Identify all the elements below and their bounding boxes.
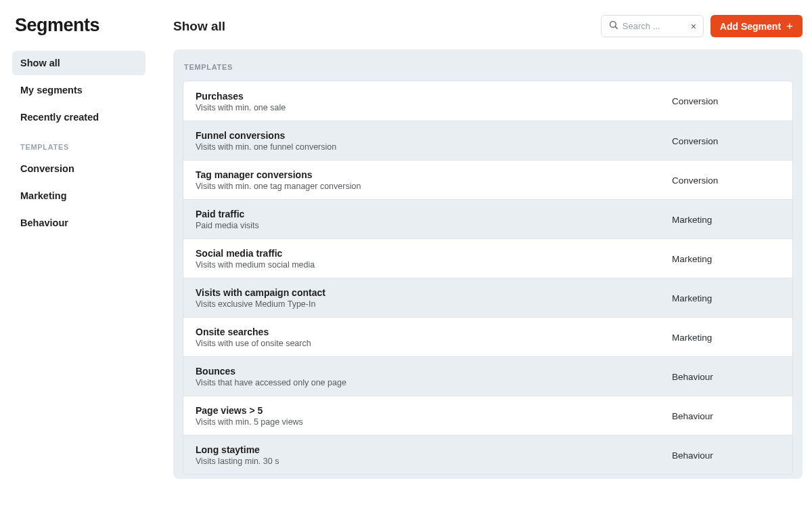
row-desc: Visits with min. 5 page views [196,417,672,427]
sidebar-item-show-all[interactable]: Show all [12,51,145,75]
row-category: Conversion [672,96,780,106]
row-title: Funnel conversions [196,130,672,141]
table-row[interactable]: Social media traffic Visits with medium … [183,238,792,278]
sidebar-item-my-segments[interactable]: My segments [12,78,145,102]
row-category: Conversion [672,175,780,186]
page-title: Segments [15,15,173,36]
row-category: Marketing [672,333,780,343]
row-desc: Visits with min. one funnel conversion [196,142,672,152]
main: Show all × Add Segment + TEMPLATES [173,12,803,479]
row-category: Behaviour [672,372,780,382]
row-category: Behaviour [672,450,780,461]
row-title: Onsite searches [196,326,672,337]
table-row[interactable]: Paid traffic Paid media visits Marketing [183,199,792,238]
row-title: Purchases [196,91,672,102]
row-category: Conversion [672,136,780,146]
templates-panel: TEMPLATES Purchases Visits with min. one… [173,49,803,479]
add-segment-label: Add Segment [720,21,781,32]
table-row[interactable]: Tag manager conversions Visits with min.… [183,160,792,199]
sidebar-item-conversion[interactable]: Conversion [12,156,145,181]
row-desc: Visits exclusive Medium Type-In [196,299,672,309]
row-category: Marketing [672,293,780,303]
sidebar-nav: Show all My segments Recently created [12,51,173,129]
topbar: Show all × Add Segment + [173,15,803,37]
plus-icon: + [786,20,793,32]
table-row[interactable]: Purchases Visits with min. one sale Conv… [183,81,792,121]
row-title: Page views > 5 [196,405,672,416]
row-title: Paid traffic [196,209,672,219]
templates-table: Purchases Visits with min. one sale Conv… [183,81,793,475]
sidebar-item-marketing[interactable]: Marketing [12,184,145,208]
row-desc: Visits that have accessed only one page [196,378,672,387]
table-row[interactable]: Visits with campaign contact Visits excl… [183,278,792,317]
row-category: Behaviour [672,411,780,421]
row-category: Marketing [672,254,780,264]
view-title: Show all [173,19,225,34]
row-desc: Visits with medium social media [196,260,672,270]
row-title: Tag manager conversions [196,169,672,180]
row-category: Marketing [672,215,780,225]
table-row[interactable]: Long staytime Visits lasting min. 30 s B… [183,435,792,474]
table-row[interactable]: Funnel conversions Visits with min. one … [183,121,792,160]
svg-line-1 [615,26,617,28]
add-segment-button[interactable]: Add Segment + [710,15,803,37]
row-title: Social media traffic [196,248,672,259]
table-row[interactable]: Onsite searches Visits with use of onsit… [183,317,792,356]
row-desc: Paid media visits [196,221,672,230]
search-input[interactable] [623,21,687,31]
sidebar-templates-header: TEMPLATES [12,129,173,156]
search-box[interactable]: × [601,15,704,37]
search-icon [608,20,618,33]
sidebar-item-behaviour[interactable]: Behaviour [12,211,145,235]
row-title: Bounces [196,366,672,377]
row-desc: Visits lasting min. 30 s [196,457,672,466]
clear-search-icon[interactable]: × [691,22,696,31]
table-row[interactable]: Page views > 5 Visits with min. 5 page v… [183,396,792,435]
row-desc: Visits with min. one sale [196,103,672,112]
row-title: Long staytime [196,444,672,455]
row-title: Visits with campaign contact [196,287,672,298]
row-desc: Visits with use of onsite search [196,339,672,348]
sidebar: Segments Show all My segments Recently c… [12,12,173,235]
sidebar-item-recently-created[interactable]: Recently created [12,105,145,129]
templates-panel-header: TEMPLATES [183,60,793,81]
table-row[interactable]: Bounces Visits that have accessed only o… [183,356,792,396]
sidebar-templates: Conversion Marketing Behaviour [12,156,173,235]
row-desc: Visits with min. one tag manager convers… [196,182,672,191]
